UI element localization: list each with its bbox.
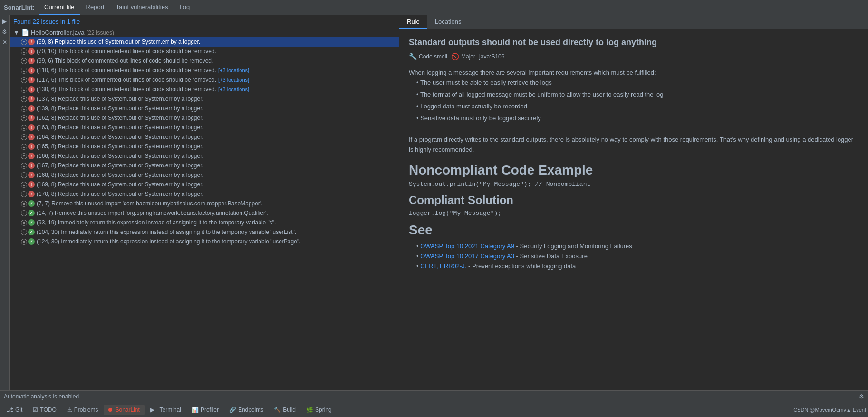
desc-bullets: The user must be able to easily retrieve…	[409, 78, 858, 123]
issue-circle-outer: ○	[21, 96, 27, 102]
issue-row[interactable]: ○!(170, 8) Replace this use of System.ou…	[10, 189, 399, 199]
issue-row[interactable]: ○!(99, 6) This block of commented-out li…	[10, 56, 399, 66]
issue-icons: ○!	[21, 115, 35, 121]
see-link-2-anchor[interactable]: OWASP Top 10 2017 Category A3	[420, 252, 514, 260]
major-badge: 🚫 Major	[451, 53, 475, 60]
issue-text: (168, 8) Replace this use of System.out …	[37, 172, 203, 178]
top-toolbar: SonarLint: Current file Report Taint vul…	[0, 0, 868, 15]
issue-text: (165, 8) Replace this use of System.out …	[37, 143, 203, 150]
issue-severity-icon: ✓	[28, 200, 35, 207]
bottom-tab-endpoints[interactable]: 🔗 Endpoints	[224, 405, 268, 415]
bottom-tab-problems[interactable]: ⚠ Problems	[62, 405, 103, 415]
tab-locations[interactable]: Locations	[427, 15, 469, 29]
issue-icons: ○!	[21, 48, 35, 55]
bottom-tab-git[interactable]: ⎇ Git	[2, 405, 27, 415]
close-icon[interactable]: ✕	[0, 38, 9, 47]
issue-text: (70, 10) This block of commented-out lin…	[37, 48, 216, 55]
issue-circle-outer: ○	[21, 58, 27, 64]
issue-row[interactable]: ○!(166, 8) Replace this use of System.ou…	[10, 151, 399, 161]
issue-text: (170, 8) Replace this use of System.out …	[37, 191, 203, 197]
rule-meta: 🔧 Code smell 🚫 Major java:S106	[409, 53, 858, 60]
settings-gear-icon[interactable]: ⚙	[859, 393, 864, 400]
issue-row[interactable]: ○!(162, 8) Replace this use of System.ou…	[10, 113, 399, 123]
bottom-tab-sonarlint[interactable]: SonarLint	[104, 405, 144, 415]
issue-row[interactable]: ○✓(124, 30) Immediately return this expr…	[10, 237, 399, 246]
issue-icons: ○!	[21, 58, 35, 64]
left-panel: Found 22 issues in 1 file ▼ 📄 HelloContr…	[10, 15, 399, 390]
issue-text: (110, 6) This block of commented-out lin…	[37, 67, 216, 74]
bottom-tab-terminal[interactable]: ▶_ Terminal	[145, 405, 186, 415]
issue-row[interactable]: ○✓(93, 19) Immediately return this expre…	[10, 218, 399, 227]
bottom-tab-spring[interactable]: 🌿 Spring	[301, 405, 337, 415]
found-issues: Found 22 issues in 1 file	[10, 15, 399, 28]
issue-text: (137, 8) Replace this use of System.out …	[37, 96, 203, 102]
issue-circle-outer: ○	[21, 210, 27, 216]
issue-row[interactable]: ○!(167, 8) Replace this use of System.ou…	[10, 161, 399, 170]
see-link-1-anchor[interactable]: OWASP Top 10 2021 Category A9	[420, 242, 514, 250]
issue-row[interactable]: ○!(165, 8) Replace this use of System.ou…	[10, 142, 399, 151]
rule-content: Standard outputs should not be used dire…	[399, 29, 868, 390]
issue-icons: ○!	[21, 124, 35, 131]
issue-text: (99, 6) This block of commented-out line…	[37, 58, 213, 64]
issue-severity-icon: !	[28, 172, 35, 178]
issue-circle-outer: ○	[21, 163, 27, 169]
issue-circle-outer: ○	[21, 68, 27, 74]
auto-analysis-text: Automatic analysis is enabled	[4, 393, 79, 400]
issue-severity-icon: !	[28, 58, 35, 64]
smell-label: Code smell	[419, 53, 447, 60]
issue-row[interactable]: ○!(117, 6) This block of commented-out l…	[10, 75, 399, 85]
issue-circle-outer: ○	[21, 106, 27, 112]
issue-icons: ○✓	[21, 219, 35, 226]
issue-icons: ○!	[21, 105, 35, 112]
issue-icons: ○!	[21, 96, 35, 102]
issue-circle-outer: ○	[21, 115, 27, 121]
issue-row[interactable]: ○✓(14, 7) Remove this unused import 'org…	[10, 208, 399, 218]
see-link-3-anchor[interactable]: CERT, ERR02-J.	[420, 262, 466, 270]
build-icon: 🔨	[274, 407, 281, 413]
issue-icons: ○!	[21, 39, 35, 45]
issue-icons: ○!	[21, 191, 35, 197]
tab-report[interactable]: Report	[80, 0, 110, 15]
issue-text: (164, 8) Replace this use of System.out …	[37, 134, 203, 140]
issue-circle-outer: ○	[21, 134, 27, 140]
tab-taint[interactable]: Taint vulnerabilities	[110, 0, 174, 15]
issue-row[interactable]: ○!(169, 8) Replace this use of System.ou…	[10, 180, 399, 189]
issue-row[interactable]: ○!(110, 6) This block of commented-out l…	[10, 66, 399, 75]
tab-current-file[interactable]: Current file	[39, 0, 80, 15]
major-icon: 🚫	[451, 53, 459, 60]
issue-row[interactable]: ○!(164, 8) Replace this use of System.ou…	[10, 132, 399, 142]
see-link-3-desc: - Prevent exceptions while logging data	[468, 262, 576, 270]
issue-row[interactable]: ○!(137, 8) Replace this use of System.ou…	[10, 94, 399, 104]
play-icon[interactable]: ▶	[0, 17, 9, 26]
issue-severity-icon: !	[28, 48, 35, 55]
issue-severity-icon: !	[28, 153, 35, 159]
bottom-tab-todo[interactable]: ☑ TODO	[28, 405, 61, 415]
issue-row[interactable]: ○✓(7, 7) Remove this unused import 'com.…	[10, 199, 399, 208]
issue-row[interactable]: ○!(70, 10) This block of commented-out l…	[10, 47, 399, 56]
compliant-heading: Compliant Solution	[409, 194, 858, 207]
issue-icons: ○!	[21, 67, 35, 74]
issue-row[interactable]: ○!(163, 8) Replace this use of System.ou…	[10, 123, 399, 132]
issue-row[interactable]: ○!(139, 8) Replace this use of System.ou…	[10, 104, 399, 113]
settings-icon[interactable]: ⚙	[0, 28, 9, 36]
desc-bullet-2: The format of all logged message must be…	[416, 90, 858, 100]
tab-rule[interactable]: Rule	[399, 15, 427, 29]
issue-row[interactable]: ○!(168, 8) Replace this use of System.ou…	[10, 170, 399, 180]
issue-text: (104, 30) Immediately return this expres…	[37, 229, 296, 235]
rule-key: java:S106	[479, 53, 504, 60]
file-node[interactable]: ▼ 📄 HelloController.java (22 issues)	[10, 28, 399, 37]
issue-row[interactable]: ○!(130, 6) This block of commented-out l…	[10, 85, 399, 94]
issue-location-tag: [+3 locations]	[218, 87, 249, 92]
issue-severity-icon: !	[28, 181, 35, 188]
issue-severity-icon: ✓	[28, 210, 35, 216]
issue-location-tag: [+3 locations]	[218, 77, 249, 83]
bottom-tab-build[interactable]: 🔨 Build	[269, 405, 300, 415]
issue-text: (117, 6) This block of commented-out lin…	[37, 77, 216, 83]
issue-row[interactable]: ○!(69, 8) Replace this use of System.out…	[10, 37, 399, 47]
tab-log[interactable]: Log	[174, 0, 195, 15]
issue-row[interactable]: ○✓(104, 30) Immediately return this expr…	[10, 227, 399, 237]
bottom-tab-profiler[interactable]: 📊 Profiler	[187, 405, 223, 415]
issue-icons: ○✓	[21, 210, 35, 216]
issue-icons: ○!	[21, 86, 35, 93]
issue-circle-outer: ○	[21, 87, 27, 93]
